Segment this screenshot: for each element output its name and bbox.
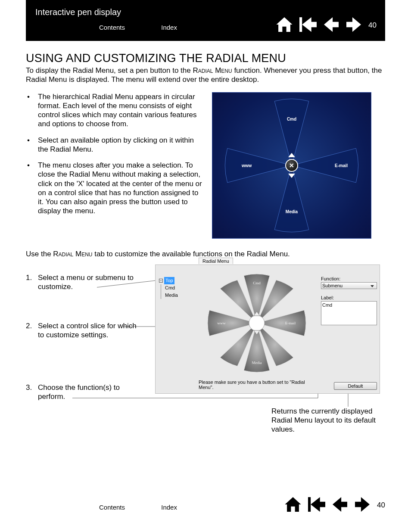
step-text: Select a menu or submenu to customize. bbox=[38, 274, 134, 291]
midpara-b: tab to customize the available functions… bbox=[93, 250, 290, 258]
footer-links: Contents Index bbox=[99, 504, 212, 511]
next-page-icon[interactable] bbox=[355, 497, 370, 513]
section-heading: USING AND CUSTOMIZING THE RADIAL MENU bbox=[26, 52, 385, 65]
tab-radial-menu[interactable]: Radial Menu bbox=[199, 258, 233, 264]
doc-title: Interactive pen display bbox=[35, 7, 121, 17]
tree-item-top[interactable]: Top bbox=[164, 277, 174, 284]
radial-label-media: Media bbox=[286, 209, 298, 214]
home-icon[interactable] bbox=[285, 497, 301, 513]
section-intro: To display the Radial Menu, set a pen bu… bbox=[26, 66, 385, 84]
step-list: 1.Select a menu or submenu to customize.… bbox=[26, 273, 142, 432]
footer-toolbar: Contents Index 40 bbox=[26, 480, 385, 506]
page-number-bottom: 40 bbox=[377, 501, 385, 510]
svg-rect-9 bbox=[308, 497, 311, 512]
home-icon[interactable] bbox=[276, 17, 293, 34]
chevron-up-icon bbox=[288, 153, 295, 157]
radial-menu-settings-panel: Radial Menu −Top Cmd Media bbox=[155, 264, 380, 394]
bullet-item: The menu closes after you make a selecti… bbox=[26, 161, 202, 216]
intro-sc: Radial Menu bbox=[193, 66, 232, 75]
menu-tree: −Top Cmd Media bbox=[159, 277, 178, 299]
ring-label-email: E-mail bbox=[285, 321, 296, 325]
header-nav-icons: 40 bbox=[276, 17, 377, 34]
contents-link-footer[interactable]: Contents bbox=[99, 504, 125, 511]
tree-item-media[interactable]: Media bbox=[159, 292, 178, 299]
label-label: Label: bbox=[321, 295, 377, 300]
ring-label-cmd: Cmd bbox=[253, 281, 261, 285]
bullet-item: The hierarchical Radial Menu appears in … bbox=[26, 92, 202, 129]
step-item: 1.Select a menu or submenu to customize. bbox=[26, 273, 142, 292]
prev-page-icon[interactable] bbox=[324, 17, 339, 34]
default-description: Returns the currently displayed Radial M… bbox=[271, 407, 377, 434]
default-button[interactable]: Default bbox=[334, 382, 377, 390]
midpara-a: Use the bbox=[26, 250, 53, 258]
radial-menu-editor[interactable]: Cmd www E-mail Media bbox=[196, 269, 317, 377]
radial-label-email: E-mail bbox=[335, 163, 348, 168]
header-links: Contents Index bbox=[99, 24, 212, 31]
bullet-item: Select an available option by clicking o… bbox=[26, 136, 202, 154]
mid-paragraph: Use the Radial Menu tab to customize the… bbox=[26, 250, 385, 258]
first-page-icon[interactable] bbox=[308, 497, 325, 513]
radial-menu-preview: Cmd www E-mail Media bbox=[212, 92, 371, 239]
header-toolbar: Interactive pen display Contents Index 4… bbox=[26, 0, 385, 41]
function-value: Submenu bbox=[322, 283, 342, 288]
svg-rect-0 bbox=[299, 17, 302, 32]
function-dropdown[interactable]: Submenu bbox=[321, 282, 377, 289]
ring-label-www: www bbox=[217, 321, 226, 325]
radial-label-www: www bbox=[242, 163, 252, 168]
first-page-icon[interactable] bbox=[299, 17, 317, 34]
index-link[interactable]: Index bbox=[161, 24, 177, 31]
svg-point-6 bbox=[249, 315, 265, 331]
radial-label-cmd: Cmd bbox=[287, 117, 296, 121]
step-text: Select a control slice for which to cust… bbox=[38, 322, 137, 339]
step-item: 3.Choose the function(s) to perform. bbox=[26, 383, 142, 401]
label-input[interactable]: Cmd bbox=[321, 301, 377, 325]
bullet-list: The hierarchical Radial Menu appears in … bbox=[26, 92, 202, 239]
function-label: Function: bbox=[321, 276, 377, 281]
customize-section: 1.Select a menu or submenu to customize.… bbox=[26, 264, 385, 437]
page-number-top: 40 bbox=[368, 21, 377, 30]
tree-item-cmd[interactable]: Cmd bbox=[159, 284, 178, 292]
next-page-icon[interactable] bbox=[346, 17, 361, 34]
midpara-sc: Radial Menu bbox=[53, 250, 92, 258]
index-link-footer[interactable]: Index bbox=[161, 504, 177, 511]
step-item: 2.Select a control slice for which to cu… bbox=[26, 321, 142, 340]
panel-hint: Please make sure you have a button set t… bbox=[199, 380, 315, 390]
contents-link[interactable]: Contents bbox=[99, 24, 125, 31]
intro-a: To display the Radial Menu, set a pen bu… bbox=[26, 66, 193, 75]
ring-label-media: Media bbox=[252, 361, 262, 365]
footer-nav-icons: 40 bbox=[285, 497, 385, 513]
close-icon[interactable] bbox=[285, 159, 298, 172]
step-text: Choose the function(s) to perform. bbox=[38, 383, 120, 401]
prev-page-icon[interactable] bbox=[332, 497, 348, 513]
function-panel: Function: Submenu Label: Cmd bbox=[321, 276, 377, 325]
tree-collapse-icon[interactable]: − bbox=[159, 279, 163, 283]
label-value: Cmd bbox=[322, 302, 332, 308]
chevron-down-icon bbox=[288, 174, 295, 178]
